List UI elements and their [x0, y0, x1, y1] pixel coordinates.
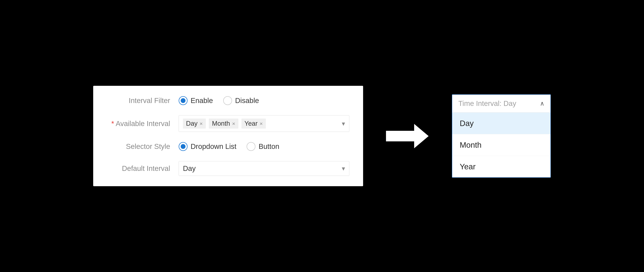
enable-radio-label: Enable	[190, 96, 213, 105]
tag-year-label: Year	[244, 120, 258, 127]
dropdown-radio-circle[interactable]	[179, 142, 188, 151]
selector-style-radio-group: Dropdown List Button	[179, 142, 279, 151]
svg-marker-0	[385, 122, 430, 150]
tag-day[interactable]: Day ×	[183, 119, 206, 129]
tag-month[interactable]: Month ×	[209, 119, 238, 129]
tag-day-label: Day	[186, 120, 198, 127]
dropdown-list: Day Month Year	[452, 112, 551, 178]
disable-radio-label: Disable	[235, 96, 259, 105]
enable-radio-circle[interactable]	[179, 96, 188, 105]
button-radio-label: Button	[258, 142, 279, 151]
tag-month-close[interactable]: ×	[232, 121, 235, 126]
selector-style-label: Selector Style	[107, 142, 179, 151]
available-interval-label: Available Interval	[107, 120, 179, 128]
dropdown-item-year[interactable]: Year	[452, 156, 550, 177]
dropdown-radio-label: Dropdown List	[190, 142, 236, 151]
default-interval-row: Default Interval Day ▾	[107, 161, 349, 176]
button-radio-circle[interactable]	[246, 142, 256, 151]
main-container: Interval Filter Enable Disable Available…	[0, 86, 644, 186]
dropdown-header-arrow-icon: ∧	[540, 100, 544, 107]
dropdown-header-text: Time Interval: Day	[458, 99, 516, 108]
dropdown-item-month[interactable]: Month	[452, 134, 550, 156]
available-interval-row: Available Interval Day × Month × Year ×	[107, 115, 349, 132]
tag-day-close[interactable]: ×	[200, 121, 203, 126]
interval-filter-radio-group: Enable Disable	[179, 96, 259, 105]
tags-container: Day × Month × Year ×	[183, 119, 338, 129]
disable-radio-option[interactable]: Disable	[223, 96, 259, 105]
selector-style-row: Selector Style Dropdown List Button	[107, 142, 349, 151]
dropdown-item-day-label: Day	[460, 119, 474, 128]
dropdown-item-year-label: Year	[460, 162, 476, 171]
multiselect-arrow: ▾	[338, 120, 345, 127]
left-panel: Interval Filter Enable Disable Available…	[93, 86, 363, 186]
button-radio-option[interactable]: Button	[246, 142, 279, 151]
default-interval-label: Default Interval	[107, 164, 179, 173]
tag-year[interactable]: Year ×	[242, 119, 266, 129]
tag-year-close[interactable]: ×	[260, 121, 263, 126]
interval-filter-label: Interval Filter	[107, 96, 179, 105]
single-select-arrow: ▾	[338, 165, 345, 172]
right-arrow-icon	[384, 119, 432, 153]
tag-month-label: Month	[212, 120, 230, 127]
dropdown-radio-option[interactable]: Dropdown List	[179, 142, 236, 151]
disable-radio-circle[interactable]	[223, 96, 232, 105]
right-panel: Time Interval: Day ∧ Day Month Year	[452, 94, 551, 178]
dropdown-item-month-label: Month	[460, 141, 482, 149]
default-interval-select[interactable]: Day ▾	[179, 161, 349, 176]
dropdown-header[interactable]: Time Interval: Day ∧	[452, 94, 551, 112]
arrow-container	[384, 119, 432, 153]
enable-radio-option[interactable]: Enable	[179, 96, 213, 105]
dropdown-item-day[interactable]: Day	[452, 113, 550, 134]
available-interval-multiselect[interactable]: Day × Month × Year × ▾	[179, 115, 349, 132]
interval-filter-row: Interval Filter Enable Disable	[107, 96, 349, 105]
default-interval-value: Day	[183, 164, 338, 173]
